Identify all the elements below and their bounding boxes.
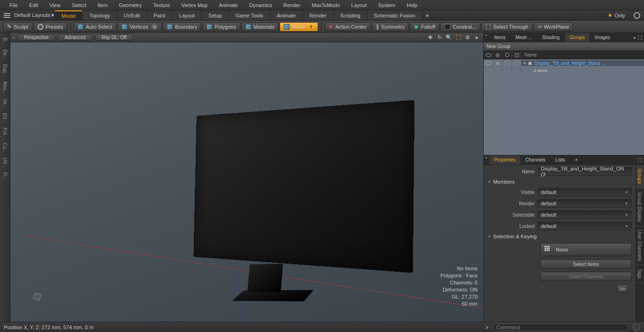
actioncenter-button[interactable]: ⊕Action Center xyxy=(324,22,371,32)
expand-icon[interactable]: + xyxy=(523,60,526,66)
pan-icon[interactable]: ✥ xyxy=(427,34,433,41)
locked-dropdown[interactable]: default▼ xyxy=(537,222,632,230)
hamburger-icon[interactable] xyxy=(4,13,10,18)
tab-gametools[interactable]: Game Tools xyxy=(229,10,270,20)
tree-row[interactable]: ◎ + ▣ Display_Tilt_and_Height_Stand ... xyxy=(484,59,644,67)
lefttab-5[interactable]: Ed... xyxy=(1,111,8,125)
tree-body[interactable]: ◎ + ▣ Display_Tilt_and_Height_Stand ... … xyxy=(484,59,644,155)
tab-render[interactable]: Render xyxy=(302,10,333,20)
zoom-icon[interactable]: 🔍 xyxy=(446,34,452,41)
lefttab-2[interactable]: Dup... xyxy=(1,62,8,79)
eye-icon[interactable] xyxy=(486,61,491,65)
treetab-shading[interactable]: Shading xyxy=(537,33,565,42)
lefttab-7[interactable]: Cu... xyxy=(1,141,8,154)
render-dropdown[interactable]: default▼ xyxy=(537,199,632,208)
tree-item-name[interactable]: Display_Tilt_and_Height_Stand ... xyxy=(534,61,605,66)
menu-edit[interactable]: Edit xyxy=(24,2,44,8)
maximize-icon[interactable]: ⛶ xyxy=(455,34,462,41)
treetab-images[interactable]: Images xyxy=(590,33,616,42)
name-column-header[interactable]: Name xyxy=(521,52,644,57)
symmetry-button[interactable]: ‖Symmetry xyxy=(372,22,409,32)
more-button[interactable]: >> xyxy=(617,284,628,293)
tab-scripting[interactable]: Scripting xyxy=(333,10,367,20)
axis-widget[interactable] xyxy=(34,293,48,308)
gear-icon[interactable] xyxy=(634,12,640,19)
target-icon[interactable]: ◎ xyxy=(495,52,500,58)
perspective-dropdown[interactable]: Perspective xyxy=(17,34,56,41)
tab-add[interactable]: + xyxy=(422,10,432,20)
menu-help[interactable]: Help xyxy=(401,2,423,8)
selection-keying-section[interactable]: ▼Selection & Keying xyxy=(484,232,636,241)
lefttab-0[interactable]: B... xyxy=(1,36,8,47)
sidetab-userchannels[interactable]: User Channels xyxy=(636,226,644,265)
new-group-button[interactable]: New Group xyxy=(484,42,644,51)
lefttab-1[interactable]: De... xyxy=(1,48,8,61)
proptab-lists[interactable]: Lists xyxy=(551,155,570,164)
tab-topology[interactable]: Topology xyxy=(82,10,116,20)
tree-menu-icon[interactable]: ▸ xyxy=(484,33,489,42)
menu-item[interactable]: Item xyxy=(92,2,113,8)
record-button[interactable] xyxy=(633,324,640,331)
target-icon[interactable]: ◎ xyxy=(496,61,500,65)
treetab-groups[interactable]: Groups xyxy=(565,33,590,42)
menu-texture[interactable]: Texture xyxy=(148,2,176,8)
lock-icon[interactable]: ⬡ xyxy=(505,52,510,58)
add-icon[interactable]: + xyxy=(633,35,636,40)
advanced-dropdown[interactable]: Advanced xyxy=(58,34,92,41)
tab-uvedit[interactable]: UVEdit xyxy=(117,10,147,20)
only-toggle[interactable]: ★ Only xyxy=(603,12,630,18)
gear-icon[interactable]: ⚙ xyxy=(464,34,471,41)
menu-system[interactable]: System xyxy=(372,2,401,8)
treetab-mesh[interactable]: Mesh ... xyxy=(511,33,537,42)
proptab-channels[interactable]: Channels xyxy=(521,155,551,164)
treetab-items[interactable]: Items xyxy=(489,33,511,42)
tab-schematic[interactable]: Schematic Fusion xyxy=(367,10,421,20)
lefttab-3[interactable]: Mes... xyxy=(1,80,8,96)
color-icon[interactable]: ◫ xyxy=(514,52,519,58)
expand-icon[interactable]: ⛶ xyxy=(638,35,642,40)
next-icon[interactable]: ▸ xyxy=(474,34,480,41)
menu-layout[interactable]: Layout xyxy=(346,2,372,8)
lefttab-6[interactable]: Pol... xyxy=(1,126,8,140)
sidetab-groupdisplay[interactable]: Group Display xyxy=(636,188,644,226)
sidetab-groups[interactable]: Groups xyxy=(636,165,644,188)
tab-layout[interactable]: Layout xyxy=(172,10,201,20)
tab-model[interactable]: Model xyxy=(55,10,83,20)
selectable-dropdown[interactable]: default▼ xyxy=(537,211,632,219)
selectthrough-button[interactable]: ⛶Select Through xyxy=(481,22,532,32)
proptab-add[interactable]: + xyxy=(570,155,583,164)
menu-select[interactable]: Select xyxy=(66,2,92,8)
viewport-menu-icon[interactable]: ▸ xyxy=(13,35,15,40)
menu-dynamics[interactable]: Dynamics xyxy=(244,2,278,8)
visible-dropdown[interactable]: default▼ xyxy=(537,188,632,196)
workplane-button[interactable]: ▱WorkPlane xyxy=(534,22,574,32)
menu-vertexmap[interactable]: Vertex Map xyxy=(176,2,214,8)
eye-icon[interactable] xyxy=(486,53,491,57)
tab-animate[interactable]: Animate xyxy=(270,10,302,20)
constrain-button[interactable]: Constrai... xyxy=(440,22,480,32)
tab-paint[interactable]: Paint xyxy=(147,10,172,20)
menu-geometry[interactable]: Geometry xyxy=(113,2,147,8)
raygl-dropdown[interactable]: Ray GL: Off xyxy=(95,34,134,41)
lefttab-4[interactable]: Ve... xyxy=(1,97,8,110)
tab-setup[interactable]: Setup xyxy=(201,10,229,20)
menu-view[interactable]: View xyxy=(44,2,66,8)
lefttab-9[interactable]: Fi... xyxy=(1,170,8,182)
none-button[interactable]: None xyxy=(540,243,632,256)
select-items-button[interactable]: Select Items xyxy=(540,259,632,269)
proptab-properties[interactable]: Properties xyxy=(489,155,521,164)
props-menu-icon[interactable]: ▸ xyxy=(484,155,489,164)
default-layouts-dropdown[interactable]: Default Layouts ▾ xyxy=(14,12,55,18)
orbit-icon[interactable]: ↻ xyxy=(436,34,443,41)
menu-file[interactable]: File xyxy=(4,2,24,8)
lefttab-8[interactable]: UV... xyxy=(1,156,8,170)
checkbox[interactable] xyxy=(505,61,510,65)
menu-render[interactable]: Render xyxy=(278,2,306,8)
expand-icon[interactable]: ⛶ xyxy=(638,158,642,162)
members-section[interactable]: ▼Members xyxy=(484,177,636,186)
items-button[interactable]: Items5 xyxy=(280,22,318,32)
checkbox[interactable] xyxy=(514,61,519,65)
polygons-button[interactable]: Polygons xyxy=(202,22,240,32)
select-channels-button[interactable]: Select Channels xyxy=(540,272,632,281)
menu-animate[interactable]: Animate xyxy=(213,2,243,8)
